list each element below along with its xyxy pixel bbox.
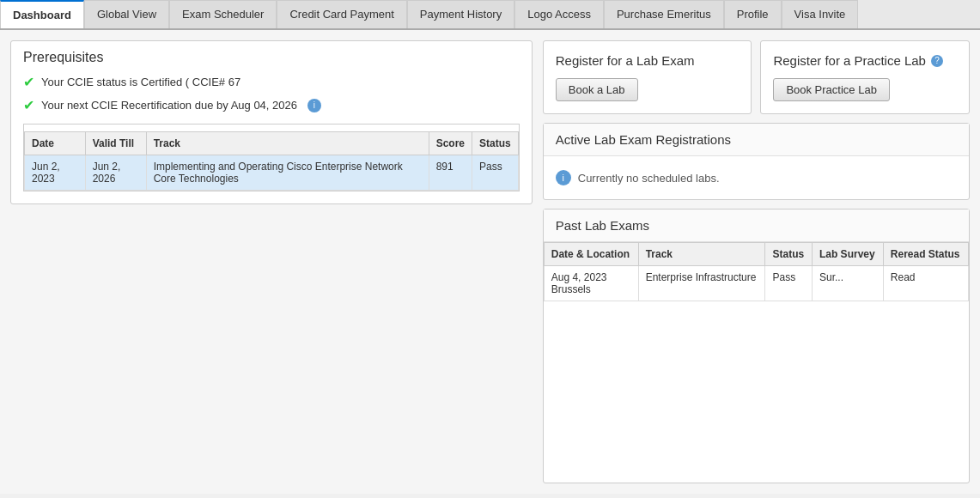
prerequisites-panel: Prerequisites ✔ Your CCIE status is Cert… — [10, 40, 533, 204]
register-lab-exam-title: Register for a Lab Exam — [556, 53, 695, 68]
right-column: Register for a Lab Exam Book a Lab Regis… — [543, 40, 970, 483]
past-lab-table: Date & Location Track Status Lab Survey … — [544, 242, 969, 301]
past-cell-reread-status: Read — [883, 266, 968, 301]
tab-exam-scheduler[interactable]: Exam Scheduler — [169, 0, 277, 28]
question-icon-practice-lab[interactable]: ? — [931, 55, 943, 67]
cell-track: Implementing and Operating Cisco Enterpr… — [146, 155, 429, 191]
tab-profile[interactable]: Profile — [724, 0, 782, 28]
main-content: Prerequisites ✔ Your CCIE status is Cert… — [0, 30, 980, 494]
past-cell-track: Enterprise Infrastructure — [638, 266, 765, 301]
col-status: Status — [472, 132, 519, 155]
col-track: Track — [146, 132, 429, 155]
past-lab-exams-panel: Past Lab Exams Date & Location Track Sta… — [543, 209, 970, 483]
active-lab-empty-message: Currently no scheduled labs. — [578, 172, 720, 185]
col-score: Score — [429, 132, 472, 155]
active-lab-exams-body: i Currently no scheduled labs. — [544, 156, 969, 199]
left-column: Prerequisites ✔ Your CCIE status is Cert… — [10, 40, 533, 483]
check-icon-1: ✔ — [23, 74, 34, 90]
register-practice-lab-panel: Register for a Practice Lab ? Book Pract… — [760, 40, 970, 114]
table-row[interactable]: Aug 4, 2023 Brussels Enterprise Infrastr… — [544, 266, 968, 301]
check-icon-2: ✔ — [23, 97, 34, 113]
tab-payment-history[interactable]: Payment History — [407, 0, 514, 28]
prerequisites-title: Prerequisites — [11, 41, 532, 70]
tab-credit-card-payment[interactable]: Credit Card Payment — [277, 0, 406, 28]
table-row[interactable]: Jun 2, 2023 Jun 2, 2026 Implementing and… — [25, 155, 519, 191]
register-practice-lab-label: Register for a Practice Lab — [773, 53, 926, 68]
info-icon-prereq[interactable]: i — [307, 99, 321, 112]
prereq-item-2: ✔ Your next CCIE Recertification due by … — [11, 94, 532, 117]
past-cell-date-location: Aug 4, 2023 Brussels — [544, 266, 638, 301]
prerequisites-table-container[interactable]: Date Valid Till Track Score Status Jun 2… — [23, 124, 520, 191]
book-practice-lab-button[interactable]: Book Practice Lab — [773, 78, 890, 101]
past-col-status: Status — [765, 243, 812, 266]
book-lab-button[interactable]: Book a Lab — [556, 78, 638, 101]
tab-logo-access[interactable]: Logo Access — [514, 0, 604, 28]
prereq-text-1: Your CCIE status is Certified ( CCIE# 67 — [41, 76, 240, 88]
past-lab-table-container[interactable]: Date & Location Track Status Lab Survey … — [544, 242, 969, 301]
cell-date: Jun 2, 2023 — [25, 155, 86, 191]
past-col-date-location: Date & Location — [544, 243, 638, 266]
register-row: Register for a Lab Exam Book a Lab Regis… — [543, 40, 970, 114]
prereq-item-1: ✔ Your CCIE status is Certified ( CCIE# … — [11, 70, 532, 94]
info-icon-active-lab: i — [556, 170, 571, 185]
active-lab-exams-panel: Active Lab Exam Registrations i Currentl… — [543, 123, 970, 200]
past-cell-lab-survey: Sur... — [812, 266, 883, 301]
cell-score: 891 — [429, 155, 472, 191]
tab-global-view[interactable]: Global View — [84, 0, 169, 28]
cell-valid-till: Jun 2, 2026 — [85, 155, 146, 191]
register-practice-lab-title: Register for a Practice Lab ? — [773, 53, 943, 68]
prerequisites-table: Date Valid Till Track Score Status Jun 2… — [24, 131, 519, 191]
past-lab-exams-title: Past Lab Exams — [544, 210, 969, 242]
tab-visa-invite[interactable]: Visa Invite — [782, 0, 859, 28]
prereq-text-2: Your next CCIE Recertification due by Au… — [41, 99, 297, 112]
past-col-track: Track — [638, 243, 765, 266]
col-valid-till: Valid Till — [85, 132, 146, 155]
active-lab-exams-title: Active Lab Exam Registrations — [544, 124, 969, 156]
register-lab-exam-panel: Register for a Lab Exam Book a Lab — [543, 40, 752, 114]
past-col-reread-status: Reread Status — [883, 243, 968, 266]
tab-dashboard[interactable]: Dashboard — [0, 0, 84, 28]
tab-purchase-emeritus[interactable]: Purchase Emeritus — [604, 0, 724, 28]
past-cell-status: Pass — [765, 266, 812, 301]
cell-status: Pass — [472, 155, 519, 191]
tab-bar: Dashboard Global View Exam Scheduler Cre… — [0, 0, 980, 30]
past-col-lab-survey: Lab Survey — [812, 243, 883, 266]
col-date: Date — [25, 132, 86, 155]
